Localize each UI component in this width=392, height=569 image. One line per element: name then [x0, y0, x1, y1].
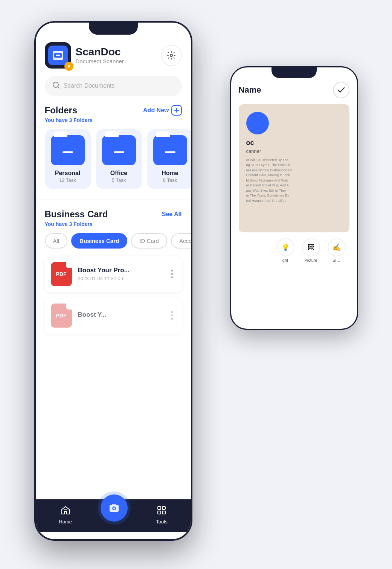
- svg-rect-2: [56, 55, 60, 56]
- folder-minus: [114, 151, 124, 153]
- scene: Name oc canner er Will Be Distracted By …: [27, 21, 366, 548]
- preview-circle: [246, 112, 269, 134]
- sign-icon: ✍: [328, 238, 346, 256]
- folder-office[interactable]: Office 5 Task: [96, 129, 142, 189]
- tool-item-picture[interactable]: 🖼 Picture: [302, 238, 320, 262]
- svg-point-9: [113, 508, 115, 510]
- svg-rect-14: [162, 511, 165, 514]
- dot: [171, 273, 173, 275]
- tool-item-sign[interactable]: ✍ Si…: [328, 238, 346, 262]
- checkmark-button[interactable]: [333, 82, 349, 98]
- dot: [171, 276, 173, 278]
- doc-type-label-1: PDF: [56, 271, 67, 277]
- search-input[interactable]: Search Documents: [64, 82, 115, 89]
- add-new-label: Add New: [143, 107, 169, 114]
- preview-doc-body: er Will Be Distracted By The ng At its L…: [246, 158, 292, 204]
- app-logo: [45, 42, 71, 69]
- svg-rect-13: [158, 511, 161, 514]
- svg-point-4: [68, 65, 70, 67]
- doc-type-label-2: PDF: [56, 313, 67, 319]
- business-card-title: Business Card: [45, 209, 108, 220]
- doc-title-1: Boost Your Pro...: [78, 267, 162, 274]
- tools-icon: [157, 505, 166, 517]
- sign-label: Si…: [333, 258, 340, 262]
- app-title: ScanDoc Document Scanner: [76, 46, 124, 64]
- spacer: [45, 339, 182, 499]
- doc-menu-1[interactable]: [168, 267, 176, 281]
- add-icon: [171, 105, 182, 116]
- search-icon: [52, 81, 60, 91]
- see-all-button[interactable]: See All: [162, 211, 182, 218]
- app-header: ScanDoc Document Scanner: [45, 42, 182, 69]
- picture-label: Picture: [304, 258, 317, 262]
- doc-info-2: Boost Y...: [78, 311, 162, 320]
- doc-menu-2[interactable]: [168, 308, 176, 323]
- preview-doc-subtitle: canner: [246, 148, 261, 154]
- phone-back: Name oc canner er Will Be Distracted By …: [230, 66, 358, 330]
- folders-header: Folders Add New: [45, 105, 182, 116]
- app-logo-inner: [48, 46, 68, 65]
- picture-icon: 🖼: [302, 238, 320, 256]
- folder-home[interactable]: Home 8 Task: [147, 129, 191, 189]
- folders-title: Folders: [45, 105, 78, 116]
- phone-front: ScanDoc Document Scanner: [34, 21, 192, 541]
- folder-icon-home: [153, 135, 187, 165]
- svg-rect-12: [162, 506, 165, 510]
- filter-pills: All Business Card ID Card Acco: [45, 233, 182, 249]
- folder-icon-office: [102, 135, 136, 165]
- filter-acco[interactable]: Acco: [171, 233, 191, 249]
- folder-name-office: Office: [110, 170, 127, 177]
- nav-tools[interactable]: Tools: [156, 505, 167, 525]
- folder-count-office: 5 Task: [112, 177, 126, 183]
- doc-icon-pdf-1: PDF: [51, 262, 72, 286]
- app-badge: [64, 62, 73, 71]
- front-notch: [89, 23, 138, 35]
- folder-minus: [165, 151, 175, 153]
- tool-item-light[interactable]: 💡 ght: [276, 238, 294, 262]
- folder-count-personal: 12 Task: [59, 177, 76, 183]
- folder-personal[interactable]: Personal 12 Task: [45, 129, 91, 189]
- dot: [171, 314, 173, 316]
- doc-icon-pdf-2: PDF: [51, 304, 72, 328]
- light-label: ght: [282, 258, 288, 262]
- light-icon: 💡: [276, 238, 294, 256]
- app-subtitle: Document Scanner: [76, 58, 124, 64]
- folders-section: Folders Add New You have 3 Folders: [45, 105, 182, 200]
- doc-info-1: Boost Your Pro... 2023-01-04 11:31 am: [78, 267, 162, 281]
- folder-minus: [63, 151, 73, 153]
- doc-item-2[interactable]: PDF Boost Y...: [45, 297, 182, 334]
- filter-business-card[interactable]: Business Card: [71, 233, 127, 249]
- folder-count-home: 8 Task: [163, 177, 177, 183]
- fab-scan-button[interactable]: [101, 494, 128, 522]
- preview-doc-title: oc: [246, 139, 254, 147]
- doc-item-1[interactable]: PDF Boost Your Pro... 2023-01-04 11:31 a…: [45, 256, 182, 292]
- folders-subtitle: You have 3 Folders: [45, 117, 182, 123]
- filter-id-card[interactable]: ID Card: [131, 233, 167, 249]
- filter-all[interactable]: All: [45, 233, 68, 249]
- back-title: Name: [239, 85, 261, 95]
- business-card-section: Business Card See All You have 3 Folders…: [45, 209, 182, 339]
- back-header: Name: [239, 82, 349, 98]
- back-bottom-tools: 💡 ght 🖼 Picture ✍ Si…: [239, 232, 349, 262]
- doc-title-2: Boost Y...: [78, 311, 162, 319]
- folder-icon-personal: [51, 135, 85, 165]
- svg-point-6: [53, 82, 58, 87]
- divider: [36, 200, 191, 200]
- business-card-header: Business Card See All: [45, 209, 182, 220]
- tools-label: Tools: [156, 519, 167, 525]
- folder-name-home: Home: [162, 170, 178, 177]
- svg-rect-10: [112, 504, 116, 505]
- add-new-button[interactable]: Add New: [143, 105, 182, 116]
- search-bar[interactable]: Search Documents: [45, 76, 182, 96]
- doc-date-1: 2023-01-04 11:31 am: [78, 276, 162, 281]
- dot: [171, 270, 173, 272]
- folders-grid: Personal 12 Task Office 5 Task: [45, 129, 182, 189]
- document-preview: oc canner er Will Be Distracted By The n…: [239, 104, 349, 232]
- business-card-subtitle: You have 3 Folders: [45, 221, 182, 227]
- dot: [171, 311, 173, 313]
- home-icon: [61, 505, 70, 517]
- folder-name-personal: Personal: [55, 170, 81, 177]
- nav-home[interactable]: Home: [59, 505, 72, 525]
- settings-button[interactable]: [161, 45, 182, 66]
- svg-rect-11: [158, 506, 161, 510]
